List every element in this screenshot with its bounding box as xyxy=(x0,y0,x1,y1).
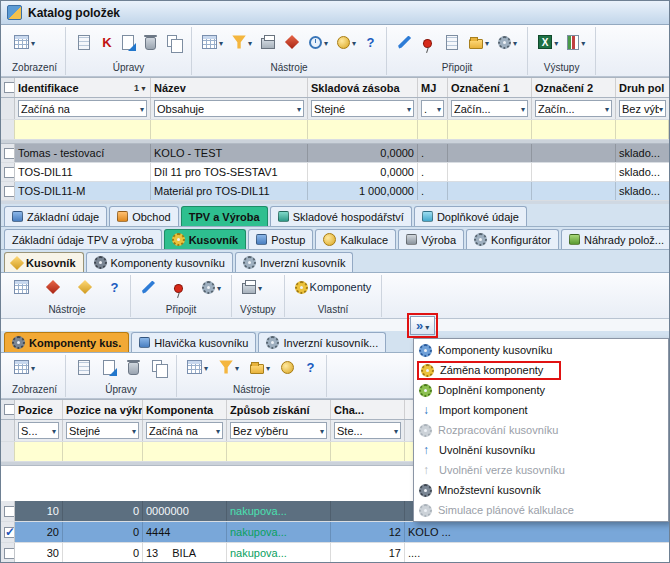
column-header-pozice-na-vykrese[interactable]: Pozice na výkr... xyxy=(63,400,143,419)
connection-settings-button[interactable] xyxy=(496,34,519,51)
edit-cell[interactable] xyxy=(448,120,532,139)
row-checkbox[interactable] xyxy=(4,527,15,538)
filter-zpusob-ziskani[interactable]: Bez výběru xyxy=(230,422,327,439)
tab-nahrady-polozek[interactable]: Náhrady polož... xyxy=(561,229,670,249)
tab-skladove-hospodarstvi[interactable]: Skladové hospodářství xyxy=(270,206,412,226)
column-header-skladova-zasoba[interactable]: Skladová zásoba xyxy=(308,78,418,97)
tab-konfigurator[interactable]: Konfigurátor xyxy=(466,229,559,249)
select-all-checkbox[interactable] xyxy=(4,404,15,415)
view-button[interactable] xyxy=(12,358,37,376)
menu-item-mnozstevni-kusovnik[interactable]: Množstevní kusovník xyxy=(415,480,667,500)
item-row-tos-dil11[interactable]: TOS-DIL11 Díl 11 pro TOS-SESTAV1 0,0000 … xyxy=(1,163,669,182)
komponenty-button[interactable]: Komponenty xyxy=(293,279,374,296)
pin-button[interactable] xyxy=(170,281,188,294)
edit-cell[interactable] xyxy=(15,442,63,461)
help-button[interactable] xyxy=(107,278,122,297)
tab-postup[interactable]: Postup xyxy=(248,229,313,249)
component-row-30[interactable]: 30 0 13BILA nakupova... 17 .... xyxy=(1,543,669,563)
prices-button[interactable] xyxy=(335,34,358,51)
filter-komponenta[interactable]: Začíná na xyxy=(146,422,223,439)
tab-inverzni-kusovnik[interactable]: Inverzní kusovník xyxy=(235,252,354,272)
table-settings-button[interactable] xyxy=(12,278,31,296)
annotate-button[interactable] xyxy=(139,278,158,297)
row-checkbox[interactable] xyxy=(4,148,15,159)
tab-hlavicka-kusovniku[interactable]: Hlavička kusovníku xyxy=(131,332,256,352)
column-header-mj[interactable]: MJ xyxy=(418,78,448,97)
filter-nazev[interactable]: Obsahuje xyxy=(154,100,304,117)
tab-tpv-a-vyroba[interactable]: TPV a Výroba xyxy=(181,206,268,226)
tab-zakladni-udaje[interactable]: Základní údaje xyxy=(4,206,107,226)
filter-pozice[interactable]: S... xyxy=(18,422,59,439)
connection-settings-button[interactable] xyxy=(200,279,223,296)
tab-inverzni-kusovnik-2[interactable]: Inverzní kusovník... xyxy=(258,332,386,352)
edit-cell[interactable] xyxy=(331,442,405,461)
tab-vyroba[interactable]: Výroba xyxy=(398,229,464,249)
print-button[interactable] xyxy=(240,278,264,296)
edit-cell[interactable] xyxy=(15,120,151,139)
column-header-druh-pol[interactable]: Druh pol xyxy=(616,78,669,97)
column-header-cha[interactable]: Cha... xyxy=(331,400,405,419)
column-header-komponenta[interactable]: Komponenta xyxy=(143,400,227,419)
report-button[interactable] xyxy=(565,33,587,52)
excel-export-button[interactable] xyxy=(536,33,560,51)
prices-button[interactable] xyxy=(279,359,296,376)
edit-cell[interactable] xyxy=(418,120,448,139)
filter-oznaceni-2[interactable]: Začín... xyxy=(535,100,612,117)
tab-doplnkove-udaje[interactable]: Doplňkové údaje xyxy=(414,206,527,226)
filter-mj[interactable]: . xyxy=(421,100,444,117)
item-row-tos-dil11-m[interactable]: TOS-DIL11-M Materiál pro TOS-DIL11 1 000… xyxy=(1,182,669,201)
edit-cell[interactable] xyxy=(308,120,418,139)
menu-item-zamena-komponenty[interactable]: Záměna komponenty xyxy=(415,360,667,380)
edit-cell[interactable] xyxy=(227,442,331,461)
table-settings-button[interactable] xyxy=(200,33,225,51)
view-button[interactable] xyxy=(12,33,37,51)
refresh-button[interactable] xyxy=(43,277,63,297)
table-settings-button[interactable] xyxy=(185,358,210,376)
delete-record-button[interactable] xyxy=(124,358,143,377)
column-header-pozice[interactable]: Pozice xyxy=(15,400,63,419)
menu-item-import-komponent[interactable]: Import komponent xyxy=(415,400,667,420)
annotate-button[interactable] xyxy=(395,33,414,52)
menu-item-komponenty-kusovniku[interactable]: Komponenty kusovníku xyxy=(415,340,667,360)
filter-pozice-na-vykrese[interactable]: Stejné xyxy=(66,422,139,439)
delete-record-button[interactable] xyxy=(141,33,160,52)
attachments-button[interactable] xyxy=(248,358,272,376)
tab-obchod[interactable]: Obchod xyxy=(109,206,179,226)
column-header-nazev[interactable]: Název xyxy=(151,78,308,97)
filter-oznaceni-1[interactable]: Začín... xyxy=(451,100,528,117)
filter-identifikace[interactable]: Začíná na xyxy=(18,100,147,117)
tab-komponenty-kus[interactable]: Komponenty kus. xyxy=(4,332,129,352)
tab-zakladni-udaje-tpv-a-vyroba[interactable]: Základní údaje TPV a výroba xyxy=(4,229,162,249)
component-row-20[interactable]: 20 0 4444 nakupova... 12 KOLO ... xyxy=(1,522,669,543)
row-checkbox[interactable] xyxy=(4,167,15,178)
edit-cell[interactable] xyxy=(151,120,308,139)
copy-record-button[interactable] xyxy=(165,33,183,52)
copy-record-button[interactable] xyxy=(150,358,168,377)
filter-button[interactable] xyxy=(230,33,254,51)
history-button[interactable] xyxy=(307,34,330,51)
item-row-tomas-testovaci[interactable]: Tomas - testovací KOLO - TEST 0,0000 . s… xyxy=(1,144,669,163)
column-header-oznaceni-2[interactable]: Označení 2 xyxy=(532,78,616,97)
menu-item-doplneni-komponenty[interactable]: Doplnění komponenty xyxy=(415,380,667,400)
tab-kusovnik[interactable]: Kusovník xyxy=(164,229,247,249)
edit-cell[interactable] xyxy=(63,442,143,461)
filter-button[interactable] xyxy=(217,358,241,376)
category-button[interactable] xyxy=(99,33,115,52)
web-button[interactable] xyxy=(282,32,302,52)
attachments-button[interactable] xyxy=(467,33,491,51)
print-button[interactable] xyxy=(259,33,277,51)
filter-skladova-zasoba[interactable]: Stejné xyxy=(311,100,414,117)
edit-cell[interactable] xyxy=(143,442,227,461)
help-button[interactable] xyxy=(303,358,318,377)
tab-kalkulace[interactable]: Kalkulace xyxy=(315,229,396,249)
more-actions-button[interactable]: » xyxy=(410,316,435,335)
new-record-button[interactable] xyxy=(74,358,94,377)
tab-kusovnik-sub[interactable]: Kusovník xyxy=(4,252,84,272)
note-button[interactable] xyxy=(442,33,462,52)
new-record-button[interactable] xyxy=(74,33,94,52)
edit-cell[interactable] xyxy=(616,120,669,139)
row-checkbox[interactable] xyxy=(4,548,15,559)
filter-cha[interactable]: Ste... xyxy=(334,422,401,439)
pin-button[interactable] xyxy=(419,36,437,49)
help-button[interactable] xyxy=(363,33,378,52)
